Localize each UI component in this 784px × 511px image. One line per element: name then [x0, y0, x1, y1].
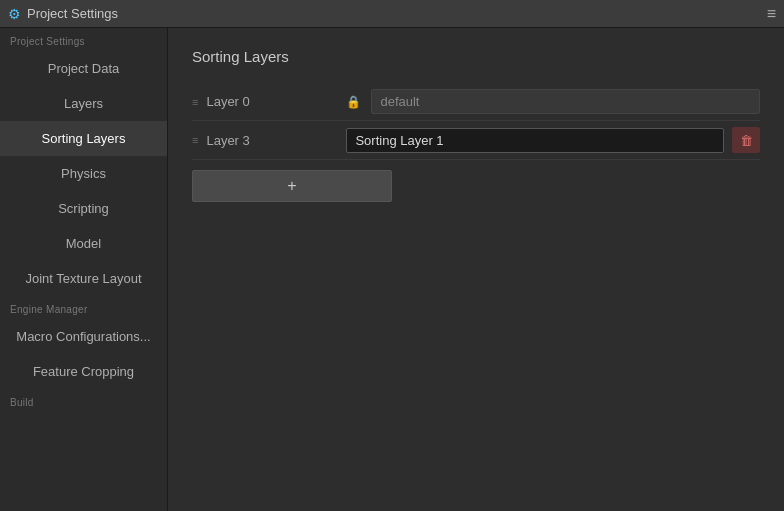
sidebar-item-joint-texture-layout[interactable]: Joint Texture Layout [0, 261, 167, 296]
layer-name-3: Layer 3 [206, 133, 346, 148]
sidebar-item-model[interactable]: Model [0, 226, 167, 261]
drag-handle-3[interactable]: ≡ [192, 134, 198, 146]
sidebar: Project Settings Project Data Layers Sor… [0, 28, 168, 511]
layer-name-0: Layer 0 [206, 94, 346, 109]
titlebar-title: Project Settings [27, 6, 118, 21]
sidebar-item-project-data[interactable]: Project Data [0, 51, 167, 86]
layers-container: ≡ Layer 0 🔒 default ≡ Layer 3 🗑 [192, 83, 760, 160]
sidebar-section-build: Build [0, 389, 167, 412]
layer-row-0: ≡ Layer 0 🔒 default [192, 83, 760, 121]
titlebar-left: ⚙ Project Settings [8, 6, 118, 22]
add-layer-button[interactable]: + [192, 170, 392, 202]
sidebar-section-engine: Engine Manager [0, 296, 167, 319]
main-layout: Project Settings Project Data Layers Sor… [0, 28, 784, 511]
layer-value-0: default [371, 89, 760, 114]
content-area: Sorting Layers ≡ Layer 0 🔒 default ≡ Lay… [168, 28, 784, 511]
sidebar-section-project: Project Settings [0, 28, 167, 51]
layer-row-3: ≡ Layer 3 🗑 [192, 121, 760, 160]
drag-handle-0[interactable]: ≡ [192, 96, 198, 108]
lock-icon-0: 🔒 [346, 95, 361, 109]
content-title: Sorting Layers [192, 48, 760, 65]
gear-icon: ⚙ [8, 6, 21, 22]
menu-icon[interactable]: ≡ [767, 5, 776, 23]
titlebar: ⚙ Project Settings ≡ [0, 0, 784, 28]
layer-delete-button-3[interactable]: 🗑 [732, 127, 760, 153]
sidebar-item-feature-cropping[interactable]: Feature Cropping [0, 354, 167, 389]
sidebar-item-macro-configurations[interactable]: Macro Configurations... [0, 319, 167, 354]
sidebar-item-layers[interactable]: Layers [0, 86, 167, 121]
sidebar-item-sorting-layers[interactable]: Sorting Layers [0, 121, 167, 156]
sidebar-item-scripting[interactable]: Scripting [0, 191, 167, 226]
sidebar-item-physics[interactable]: Physics [0, 156, 167, 191]
layer-value-input-3[interactable] [346, 128, 724, 153]
